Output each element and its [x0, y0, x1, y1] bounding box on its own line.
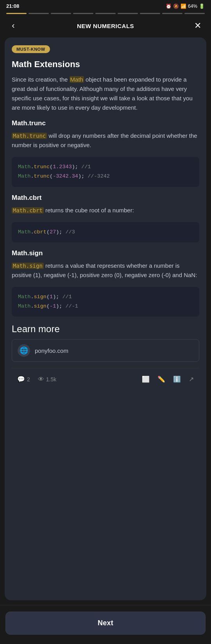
- close-button[interactable]: ✕: [191, 19, 205, 33]
- learn-more-link[interactable]: 🌐 ponyfoo.com: [12, 339, 199, 362]
- progress-bar: [0, 11, 211, 16]
- must-know-badge: MUST-KNOW: [12, 45, 199, 59]
- progress-segment-3: [51, 13, 71, 14]
- status-bar: 21:08 ⏰ 🔕 📶 64% 🔋: [0, 0, 211, 11]
- alert-icon: ℹ️: [173, 375, 181, 383]
- section-heading-trunc: Math.trunc: [12, 119, 199, 127]
- battery-icon: 🔋: [199, 4, 205, 9]
- views-action[interactable]: 👁 1.5k: [34, 374, 60, 384]
- code-highlight-trunc: Math.trunc: [12, 133, 47, 139]
- share-action[interactable]: ↗: [185, 374, 198, 384]
- status-icons: ⏰ 🔕 📶 64% 🔋: [166, 4, 205, 9]
- section-heading-cbrt: Math.cbrt: [12, 194, 199, 202]
- progress-segment-9: [184, 13, 205, 14]
- progress-segment-6: [118, 13, 138, 14]
- edit-icon: ✏️: [157, 375, 165, 383]
- code-line-sign-2: Math.sign(-1); //-1: [18, 302, 193, 311]
- footer-actions: 💬 2 👁 1.5k ⬜ ✏️ ℹ️ ↗: [12, 368, 199, 387]
- code-block-sign: Math.sign(1); //1 Math.sign(-1); //-1: [12, 287, 199, 317]
- learn-more-url: ponyfoo.com: [35, 347, 68, 354]
- code-line-cbrt-1: Math.cbrt(27); //3: [18, 228, 193, 237]
- bookmark-icon: ⬜: [142, 375, 150, 383]
- battery-text: 64%: [188, 4, 197, 9]
- wifi-icon: 📶: [181, 4, 186, 9]
- progress-segment-5: [95, 13, 116, 14]
- progress-segment-2: [29, 13, 49, 14]
- section-desc-cbrt: Math.cbrt returns the cube root of a num…: [12, 206, 199, 215]
- views-icon: 👁: [38, 376, 44, 383]
- progress-segment-7: [140, 13, 160, 14]
- section-desc-trunc: Math.trunc will drop any numbers after t…: [12, 131, 199, 150]
- comments-action[interactable]: 💬 2: [13, 374, 34, 384]
- main-card: MUST-KNOW Math Extensions Since its crea…: [5, 37, 206, 600]
- share-icon: ↗: [189, 375, 194, 383]
- edit-action[interactable]: ✏️: [154, 374, 169, 384]
- code-block-cbrt: Math.cbrt(27); //3: [12, 222, 199, 242]
- comments-icon: 💬: [17, 375, 25, 383]
- progress-segment-8: [162, 13, 182, 14]
- code-block-trunc: Math.trunc(1.2343); //1 Math.trunc(-3242…: [12, 157, 199, 187]
- status-time: 21:08: [6, 3, 19, 9]
- progress-segment-1: [6, 13, 27, 14]
- alert-action[interactable]: ℹ️: [169, 374, 185, 384]
- code-line-trunc-1: Math.trunc(1.2343); //1: [18, 162, 193, 172]
- globe-icon: 🌐: [18, 344, 30, 357]
- views-count: 1.5k: [46, 376, 56, 382]
- page-title: NEW NUMERICALS: [77, 23, 134, 29]
- back-button[interactable]: ‹: [6, 19, 20, 33]
- next-button-container: Next: [0, 605, 211, 644]
- bookmark-action[interactable]: ⬜: [138, 374, 154, 384]
- progress-segment-4: [73, 13, 93, 14]
- next-button[interactable]: Next: [5, 612, 206, 635]
- nav-header: ‹ NEW NUMERICALS ✕: [0, 16, 211, 37]
- code-highlight-sign: Math.sign: [12, 263, 44, 269]
- article-intro: Since its creation, the Math object has …: [12, 75, 199, 112]
- article-main-title: Math Extensions: [12, 59, 199, 69]
- code-line-trunc-2: Math.trunc(-3242.34); //-3242: [18, 172, 193, 181]
- math-highlight-intro: Math: [70, 76, 84, 83]
- code-line-sign-1: Math.sign(1); //1: [18, 292, 193, 302]
- mute-icon: 🔕: [173, 4, 179, 9]
- section-heading-sign: Math.sign: [12, 249, 199, 257]
- code-highlight-cbrt: Math.cbrt: [12, 207, 44, 213]
- alarm-icon: ⏰: [166, 4, 172, 9]
- comments-count: 2: [27, 376, 30, 382]
- section-desc-sign: Math.sign returns a value that represent…: [12, 261, 199, 280]
- learn-more-title: Learn more: [12, 324, 199, 334]
